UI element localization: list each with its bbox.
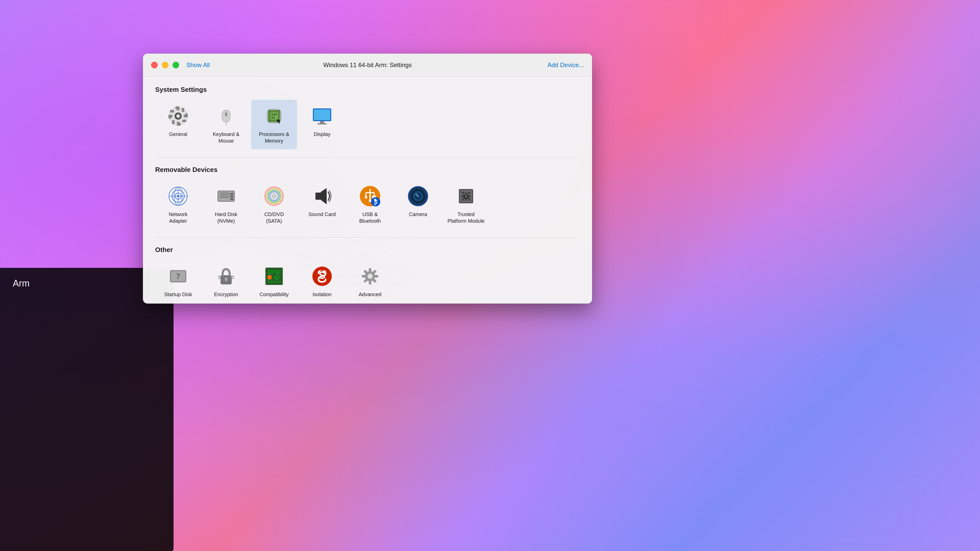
maximize-button[interactable]	[172, 62, 179, 68]
svg-rect-39	[280, 114, 282, 115]
item-label-usb-bluetooth: USB &Bluetooth	[360, 211, 381, 224]
svg-point-68	[273, 195, 275, 197]
svg-rect-44	[320, 121, 324, 123]
svg-rect-97	[468, 198, 471, 201]
item-cd-dvd[interactable]: CD/DVD(SATA)	[251, 180, 297, 229]
svg-rect-33	[276, 122, 277, 124]
item-trusted-platform[interactable]: TrustedPlatform Module	[443, 180, 489, 229]
svg-rect-30	[270, 122, 271, 124]
svg-marker-70	[321, 188, 327, 204]
svg-point-52	[177, 195, 179, 197]
svg-point-76	[365, 196, 367, 198]
svg-rect-25	[274, 117, 275, 119]
svg-rect-92	[468, 192, 471, 194]
svg-rect-11	[170, 110, 174, 113]
section-title-other: Other	[155, 246, 580, 254]
svg-rect-69	[315, 192, 321, 200]
item-display[interactable]: Display	[299, 100, 345, 149]
startup-icon: ?	[167, 265, 189, 287]
item-advanced[interactable]: Advanced	[347, 260, 393, 303]
close-button[interactable]	[151, 62, 158, 68]
system-settings-grid: General Keyboard &Mouse	[155, 100, 580, 149]
svg-rect-21	[272, 114, 273, 116]
item-sound-card[interactable]: Sound Card	[299, 180, 345, 229]
show-all-button[interactable]: Show All	[186, 62, 210, 68]
item-camera[interactable]: Camera	[395, 180, 441, 229]
svg-point-85	[415, 194, 417, 196]
svg-rect-106	[225, 279, 227, 281]
svg-rect-37	[266, 118, 269, 119]
item-keyboard-mouse[interactable]: Keyboard &Mouse	[203, 100, 249, 149]
svg-rect-43	[314, 110, 330, 120]
item-isolation[interactable]: S Isolation	[299, 260, 345, 303]
svg-rect-100	[466, 197, 466, 198]
camera-icon	[407, 185, 429, 207]
svg-rect-38	[280, 112, 282, 113]
svg-rect-138	[369, 281, 371, 284]
titlebar: Show All Windows 11 64-bit Arm: Settings…	[143, 54, 592, 76]
item-label-camera: Camera	[409, 211, 427, 218]
item-network-adapter[interactable]: NetworkAdapter	[155, 180, 201, 229]
item-label-network-adapter: NetworkAdapter	[169, 211, 187, 224]
item-processors-memory[interactable]: Processors &Memory	[251, 100, 297, 149]
svg-rect-29	[276, 108, 277, 110]
item-compatibility[interactable]: Compatibility	[251, 260, 297, 303]
item-label-advanced: Advanced	[359, 291, 382, 298]
divider-1	[155, 157, 580, 158]
svg-text:?: ?	[176, 272, 180, 281]
removable-devices-grid: NetworkAdapter	[155, 180, 580, 229]
svg-rect-58	[220, 197, 230, 198]
svg-rect-40	[280, 116, 282, 117]
svg-rect-61	[230, 198, 233, 200]
window-title: Windows 11 64-bit Arm: Settings	[323, 62, 412, 68]
svg-rect-9	[172, 120, 175, 124]
monitor-icon	[311, 105, 333, 127]
svg-rect-23	[275, 114, 277, 116]
traffic-lights	[151, 62, 179, 68]
svg-point-122	[269, 273, 270, 274]
item-general[interactable]: General	[155, 100, 201, 149]
harddisk-icon	[215, 185, 237, 207]
side-panel: Arm	[0, 268, 173, 551]
svg-point-130	[368, 274, 372, 279]
svg-rect-27	[272, 108, 273, 110]
svg-rect-18	[225, 113, 227, 116]
svg-rect-41	[280, 118, 282, 119]
svg-point-15	[177, 114, 180, 118]
content-area: System Settings	[143, 76, 592, 303]
svg-rect-60	[230, 196, 233, 197]
item-usb-bluetooth[interactable]: USB &Bluetooth	[347, 180, 393, 229]
item-label-encryption: Encryption	[214, 291, 239, 298]
svg-rect-131	[369, 268, 371, 272]
svg-rect-90	[461, 192, 464, 194]
item-label-display: Display	[313, 131, 331, 138]
svg-rect-32	[274, 122, 275, 124]
item-label-compatibility: Compatibility	[259, 291, 289, 298]
svg-point-123	[277, 273, 278, 274]
svg-rect-22	[274, 114, 275, 116]
svg-rect-26	[270, 108, 271, 110]
svg-rect-56	[220, 194, 230, 195]
svg-point-124	[269, 279, 270, 280]
svg-rect-35	[266, 114, 269, 115]
item-hard-disk[interactable]: Hard Disk(NVMe)	[203, 180, 249, 229]
cpu-icon	[263, 105, 285, 127]
item-startup-disk[interactable]: ? Startup Disk	[155, 260, 201, 303]
svg-rect-116	[267, 281, 281, 283]
svg-rect-114	[267, 275, 272, 279]
svg-rect-57	[220, 196, 230, 197]
other-grid: ? Startup Disk	[155, 260, 580, 303]
svg-rect-34	[266, 112, 269, 113]
add-device-button[interactable]: Add Device...	[547, 62, 584, 68]
gear-icon	[167, 105, 189, 127]
svg-rect-36	[266, 116, 269, 117]
svg-rect-95	[461, 198, 464, 201]
svg-rect-28	[274, 108, 275, 110]
speaker-icon	[311, 185, 333, 207]
section-title-system: System Settings	[155, 86, 580, 94]
minimize-button[interactable]	[162, 62, 169, 68]
svg-rect-115	[273, 275, 280, 279]
svg-text:S: S	[319, 270, 326, 281]
svg-rect-45	[318, 123, 327, 124]
item-encryption[interactable]: Encryption	[203, 260, 249, 303]
